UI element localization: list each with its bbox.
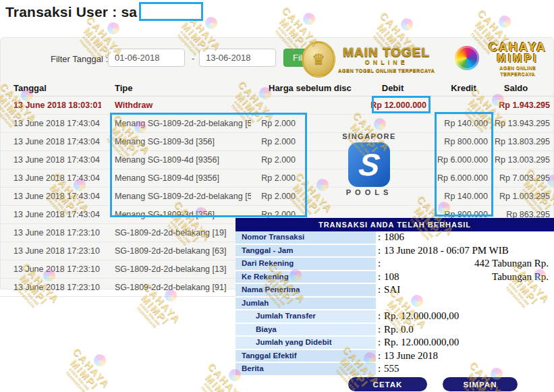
simpan-button[interactable]: SIMPAN [443, 377, 518, 391]
cahaya-mimpi-watermark: CAHAYAMIMPIAGEN ONLINE TERPERCAYA [55, 335, 123, 392]
cell-debit: Rp 12.000.000 [352, 96, 433, 115]
cell-tipe: Menang SG-1809-3d [356] [101, 206, 251, 224]
cell-tipe: Menang SG-1809-3d [356] [101, 133, 251, 151]
cell-harga [251, 96, 352, 115]
receipt-row: Biaya:Rp. 0.0 [236, 324, 554, 337]
cell-tipe: SG-1809-2d-2d-belakang [91] [101, 279, 251, 297]
table-row: 13 June 2018 18:03:01WithdrawRp 12.000.0… [0, 96, 554, 115]
column-header-saldo: Saldo [494, 80, 554, 96]
cell-saldo: Rp 13.943.295 [494, 115, 554, 133]
cetak-button[interactable]: CETAK [348, 377, 427, 391]
cell-kredit: Rp 140.000 [433, 188, 494, 206]
swirl-icon [496, 13, 513, 30]
cell-saldo: Rp 1.003.295 [494, 188, 554, 206]
receipt-row-label: Biaya [236, 324, 376, 336]
cahaya-mimpi-title: CAHAYA [481, 42, 554, 53]
receipt-row-label: Jumlah Transfer [236, 310, 376, 323]
singapore-pools-top-label: SINGAPORE [337, 132, 401, 140]
receipt-row-colon: : [376, 363, 383, 375]
table-row: 13 June 2018 17:43:04Menang SG-1809-3d [… [0, 133, 554, 151]
receipt-row-label: Dari Rekening [236, 258, 376, 270]
receipt-row-colon: : [376, 350, 383, 362]
swirl-icon [91, 352, 108, 368]
table-row: 13 June 2018 17:43:04Menang SG-1809-2d-2… [0, 115, 554, 133]
cahaya-mimpi-title2: MIMPI [481, 53, 554, 63]
receipt-row: Jumlah yang Didebit:Rp. 12.000.000,00 [236, 337, 554, 350]
receipt-row-label: Jumlah [236, 298, 376, 310]
receipt-row-label: Ke Rekening [236, 271, 376, 283]
singapore-pools-logo: SINGAPORE S POOLS [337, 132, 401, 196]
receipt-row-label: Nomor Transaksi [236, 231, 376, 244]
cell-tanggal: 13 June 2018 17:23:10 [0, 260, 101, 279]
singapore-pools-letter: S [357, 149, 381, 180]
receipt-panel: TRANSAKSI ANDA TELAH BERHASIL Nomor Tran… [236, 218, 554, 392]
cell-tipe: Withdraw [101, 96, 251, 115]
cell-tanggal: 13 June 2018 17:23:10 [0, 224, 101, 242]
watermark-text: AGEN ONLINE TERPERCAYA [126, 291, 171, 340]
main-togel-title: MAIN TOGEL [338, 46, 435, 59]
watermark-text: CAHAYA [69, 344, 114, 392]
cell-kredit [433, 96, 494, 115]
cell-tanggal: 13 June 2018 17:43:04 [0, 169, 101, 188]
receipt-row: Tanggal - Jam:13 June 2018 - 06:07 PM WI… [236, 245, 554, 258]
singapore-pools-bottom-label: POOLS [337, 188, 401, 196]
table-row: 13 June 2018 17:43:04Menang SG-1809-4d [… [0, 151, 554, 169]
cell-saldo: Rp 1.943.295 [494, 96, 554, 115]
receipt-row-value: 555 [383, 363, 554, 375]
date-from-input[interactable] [108, 49, 185, 67]
receipt-row: Nomor Transaksi:1806 [236, 231, 554, 245]
table-row: 13 June 2018 17:43:04Menang SG-1809-2d-2… [0, 188, 554, 206]
cell-tanggal: 13 June 2018 17:23:10 [0, 279, 101, 297]
receipt-row-value: Rp. 12.000.000,00 [383, 310, 554, 323]
table-header-row: TanggalTipeHarga sebelum discDebitKredit… [0, 80, 554, 96]
receipt-row-colon: : [376, 258, 383, 270]
main-togel-logo: ♛ MAIN TOGEL ONLINE AGEN TOGEL ONLINE TE… [302, 41, 435, 78]
receipt-row: Ke Rekening:108Tabungan Rp. [236, 271, 554, 285]
cell-tanggal: 13 June 2018 17:43:04 [0, 133, 101, 151]
receipt-row-value: SAI [383, 284, 554, 296]
cell-tanggal: 13 June 2018 17:23:10 [0, 242, 101, 260]
receipt-row-label: Jumlah yang Didebit [236, 337, 376, 349]
swirl-icon [105, 20, 121, 36]
receipt-row: Nama Penerima:SAI [236, 284, 554, 298]
cell-tipe: SG-1809-2d-2d-belakang [63] [101, 242, 251, 260]
cell-saldo: Rp 7.003.295 [494, 169, 554, 188]
receipt-row-value: 13 June 2018 [383, 350, 554, 362]
watermark-text: MIMPI [62, 350, 107, 392]
receipt-row-label: Tanggal Efektif [236, 350, 376, 362]
cell-tanggal: 13 June 2018 17:43:04 [0, 206, 101, 224]
receipt-row-value: 13 June 2018 - 06:07 PM WIB [383, 245, 554, 257]
receipt-row-value: 1806 [383, 231, 554, 244]
date-to-input[interactable] [199, 49, 276, 67]
filter-date-label: Filter Tanggal : [51, 54, 108, 64]
column-header-kredit: Kredit [433, 80, 494, 96]
cell-saldo: Rp 13.803.295 [494, 133, 554, 151]
swirl-icon [398, 16, 415, 32]
cahaya-mimpi-tagline: AGEN ONLINE TERPERCAYA [481, 65, 554, 77]
receipt-row-colon [376, 298, 383, 310]
cell-saldo: Rp 13.003.295 [494, 151, 554, 169]
watermark-text: AGEN ONLINE TERPERCAYA [55, 356, 100, 392]
cell-harga: Rp 2.000 [251, 115, 352, 133]
cell-tipe: SG-1809-2d-2d-belakang [13] [101, 260, 251, 279]
cell-tanggal: 13 June 2018 17:43:04 [0, 151, 101, 169]
cell-tipe: Menang SG-1809-4d [9356] [101, 151, 251, 169]
cahaya-mimpi-logo: CAHAYA MIMPI AGEN ONLINE TERPERCAYA [455, 42, 554, 77]
swirl-icon [300, 10, 317, 27]
cell-tipe: Menang SG-1809-2d-2d-belakang [56] [101, 188, 251, 206]
column-header-harga-sebelum-disc: Harga sebelum disc [251, 80, 352, 96]
swirl-icon [455, 46, 479, 70]
receipt-row-label: Tanggal - Jam [236, 245, 376, 257]
receipt-row-colon: : [376, 337, 383, 349]
annotation-box-username [139, 2, 203, 21]
main-togel-tagline: AGEN TOGEL ONLINE TERPERCAYA [338, 67, 435, 74]
column-header-debit: Debit [352, 80, 433, 96]
watermark-text: AGEN ONLINE TERPERCAYA [190, 371, 235, 392]
cell-tanggal: 13 June 2018 17:43:04 [0, 188, 101, 206]
crown-icon: ♛ [302, 41, 335, 78]
cell-tanggal: 13 June 2018 18:03:01 [0, 96, 101, 115]
receipt-row-label: Nama Penerima [236, 284, 376, 296]
column-header-tipe: Tipe [101, 80, 251, 96]
page-title: Transaksi User : sa [5, 4, 137, 20]
swirl-icon [202, 14, 219, 31]
